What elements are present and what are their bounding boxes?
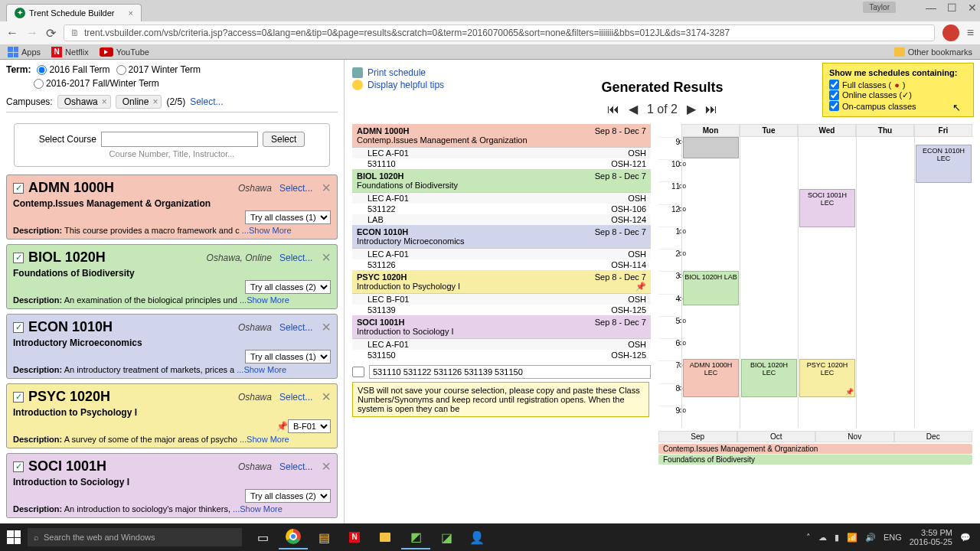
tray-battery-icon[interactable]: ▮ (835, 533, 839, 543)
back-button[interactable]: ← (6, 26, 18, 40)
pager-prev-icon[interactable]: ◀ (629, 102, 638, 116)
class-select[interactable]: Try all classes (2) (245, 489, 331, 503)
remove-course-icon[interactable]: × (322, 179, 331, 197)
select-course-button[interactable]: Select (263, 132, 305, 147)
mini-course-bar[interactable]: Contemp.Issues Management & Organization (658, 444, 972, 454)
minimize-button[interactable]: — (926, 2, 936, 14)
browser-tab[interactable]: ✦ Trent Schedule Builder × (6, 4, 142, 21)
term-2016-2017-fw[interactable]: 2016-2017 Fall/Winter Term (34, 78, 159, 89)
close-window-button[interactable]: ✕ (968, 2, 977, 14)
start-button[interactable] (3, 527, 24, 548)
bookmark-youtube[interactable]: YouTube (100, 47, 149, 57)
schedule-block[interactable]: PSYC 1020HSep 8 - Dec 7 Introduction to … (352, 270, 651, 294)
calendar-event[interactable]: BIOL 1020H LAB (683, 271, 739, 305)
other-bookmarks[interactable]: Other bookmarks (894, 47, 972, 57)
show-more-link[interactable]: ...Show More (233, 504, 283, 514)
cal-day-mon: Mon (681, 124, 740, 137)
class-select[interactable]: Try all classes (2) (245, 280, 331, 294)
reload-button[interactable]: ⟳ (46, 26, 56, 41)
taskbar-app[interactable]: ◪ (432, 525, 461, 549)
tray-up-icon[interactable]: ˄ (806, 533, 811, 543)
helpful-tips-link[interactable]: Display helpful tips (352, 80, 444, 90)
schedule-block[interactable]: ECON 1010HSep 8 - Dec 7 Introductory Mic… (352, 225, 651, 249)
filter-oncampus-classes[interactable]: On-campus classes (829, 101, 967, 111)
calendar-event[interactable]: BIOL 1020H LEC (741, 359, 797, 397)
taskbar-netflix[interactable]: N (340, 525, 369, 549)
calendar-event[interactable] (683, 137, 739, 158)
remove-course-icon[interactable]: × (322, 458, 331, 475)
pager-first-icon[interactable]: ⏮ (607, 103, 619, 116)
show-more-link[interactable]: ...Show More (242, 226, 292, 235)
chrome-profile-icon[interactable] (942, 24, 959, 41)
course-checkbox[interactable]: ✓ (13, 392, 24, 403)
calendar-event[interactable]: ECON 1010H LEC (916, 145, 972, 183)
course-search-input[interactable] (101, 132, 258, 147)
course-checkbox[interactable]: ✓ (13, 183, 24, 194)
tray-cloud-icon[interactable]: ☁ (818, 533, 827, 543)
taskbar-explorer[interactable]: ▤ (309, 525, 338, 549)
print-schedule-link[interactable]: Print schedule (352, 67, 444, 78)
remove-course-icon[interactable]: × (322, 249, 331, 266)
bookmark-apps[interactable]: Apps (8, 47, 41, 57)
calendar-event[interactable]: PSYC 1020H LEC📌 (799, 359, 855, 397)
forward-button[interactable]: → (26, 26, 38, 40)
course-checkbox[interactable]: ✓ (13, 253, 24, 263)
course-select-link[interactable]: Select... (279, 461, 312, 472)
schedule-block[interactable]: ADMN 1000HSep 8 - Dec 7 Contemp.Issues M… (352, 124, 651, 148)
taskbar-camtasia[interactable]: ◩ (401, 525, 430, 549)
taskbar-app2[interactable]: 👤 (462, 525, 492, 549)
tray-date[interactable]: 2016-05-25 (910, 537, 952, 546)
taskbar-search[interactable]: ⌕Search the web and Windows (28, 528, 242, 546)
show-more-link[interactable]: ...Show More (240, 295, 289, 305)
bookmark-netflix[interactable]: NNetflix (51, 47, 89, 57)
sched-date: Sep 8 - Dec 7 (595, 318, 646, 327)
term-2017-winter[interactable]: 2017 Winter Term (116, 64, 201, 75)
chrome-menu-icon[interactable]: ≡ (967, 26, 974, 40)
course-select-link[interactable]: Select... (279, 322, 312, 333)
tray-notifications-icon[interactable]: 💬 (960, 533, 971, 543)
crn-input[interactable] (369, 365, 651, 379)
campus-select-link[interactable]: Select... (190, 96, 223, 107)
tray-time[interactable]: 3:59 PM (910, 528, 952, 537)
cal-col-tue: BIOL 1020H LEC (740, 137, 798, 428)
site-info-icon[interactable]: 🗎 (70, 28, 81, 38)
address-bar[interactable]: 🗎 trent.vsbuilder.com/vsb/criteria.jsp?a… (64, 24, 935, 41)
course-checkbox[interactable]: ✓ (13, 322, 24, 333)
task-view-icon[interactable]: ▭ (248, 525, 277, 549)
remove-campus-icon[interactable]: × (152, 96, 158, 107)
taskbar-chrome[interactable] (279, 525, 308, 549)
remove-course-icon[interactable]: × (322, 388, 331, 406)
bulb-icon (352, 80, 363, 90)
class-select[interactable]: B-F01 (288, 419, 331, 433)
schedule-row: LEC A-F01OSH (352, 249, 651, 259)
remove-campus-icon[interactable]: × (102, 96, 107, 107)
schedule-block[interactable]: BIOL 1020HSep 8 - Dec 7 Foundations of B… (352, 169, 651, 193)
schedule-block[interactable]: SOCI 1001HSep 8 - Dec 7 Introduction to … (352, 315, 651, 339)
calendar-event[interactable]: SOCI 1001H LEC (799, 189, 855, 227)
term-2016-fall[interactable]: 2016 Fall Term (37, 64, 109, 75)
filter-full-classes[interactable]: Full classes (●) (829, 80, 967, 90)
pager-last-icon[interactable]: ⏭ (705, 103, 717, 116)
class-select[interactable]: Try all classes (1) (245, 210, 331, 224)
show-more-link[interactable]: ...Show More (240, 435, 289, 444)
calendar-event[interactable]: ADMN 1000H LEC (683, 359, 739, 397)
tab-close-icon[interactable]: × (129, 8, 133, 18)
cart-icon[interactable] (352, 367, 364, 377)
tray-lang[interactable]: ENG (884, 533, 902, 542)
course-select-link[interactable]: Select... (279, 183, 312, 194)
taskbar-folder[interactable] (371, 525, 400, 549)
maximize-button[interactable]: ☐ (947, 2, 957, 14)
course-checkbox[interactable]: ✓ (13, 461, 24, 472)
course-select-link[interactable]: Select... (279, 253, 312, 263)
remove-course-icon[interactable]: × (322, 318, 331, 336)
class-select[interactable]: Try all classes (1) (245, 350, 331, 364)
chrome-user-badge[interactable]: Taylor (863, 2, 896, 13)
tray-wifi-icon[interactable]: 📶 (847, 533, 858, 543)
show-more-link[interactable]: ...Show More (237, 365, 286, 374)
tray-volume-icon[interactable]: 🔊 (865, 533, 876, 543)
course-select-link[interactable]: Select... (279, 392, 312, 403)
pager-next-icon[interactable]: ▶ (687, 102, 696, 116)
course-campus: Oshawa (238, 461, 272, 472)
filter-online-classes[interactable]: Online classes (✓) (829, 90, 967, 100)
mini-course-bar[interactable]: Foundations of Biodiversity (658, 455, 972, 465)
